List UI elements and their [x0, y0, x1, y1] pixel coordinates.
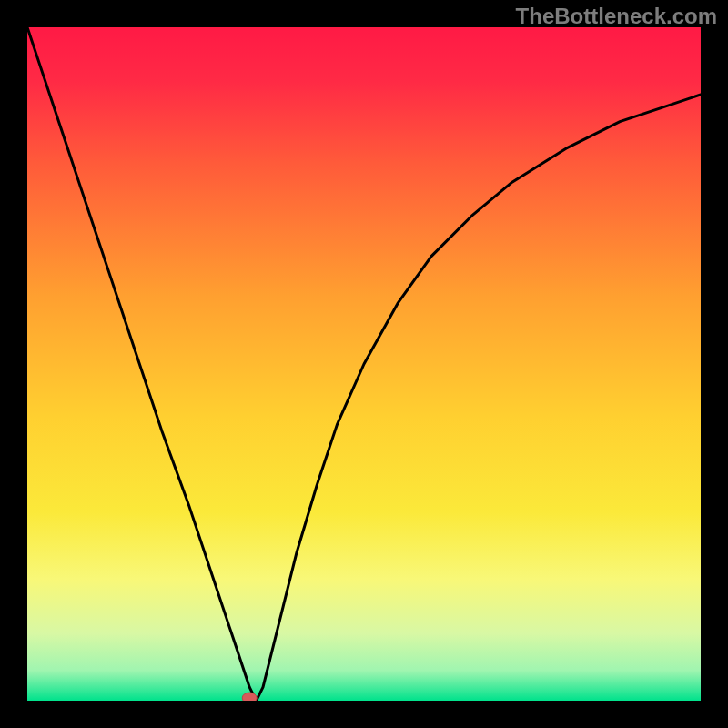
chart-frame: TheBottleneck.com	[0, 0, 728, 728]
plot-svg	[27, 27, 701, 701]
optimum-marker	[242, 693, 257, 701]
attribution-label: TheBottleneck.com	[516, 4, 717, 29]
plot-area	[27, 27, 701, 701]
